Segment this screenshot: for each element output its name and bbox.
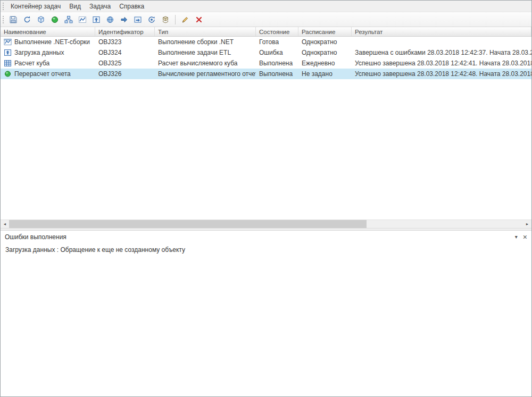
globe-button[interactable]: [103, 13, 117, 26]
table-header: Наименование Идентификатор Тип Состояние…: [1, 27, 531, 37]
cube-icon: [37, 15, 45, 24]
task-state: Выполнена: [256, 69, 298, 79]
toolbar-grip[interactable]: [3, 16, 4, 23]
sync-icon: [147, 15, 156, 24]
task-name: Расчет куба: [14, 60, 49, 67]
import-icon: [134, 15, 142, 24]
toolbar-separator: [175, 15, 176, 24]
task-id: OBJ326: [95, 69, 155, 79]
table-row[interactable]: Загрузка данных OBJ324 Выполнение задачи…: [1, 47, 531, 58]
save-button[interactable]: [6, 13, 20, 26]
report-recalc-icon: [4, 70, 12, 78]
cube-button[interactable]: [34, 13, 48, 26]
error-message: Загрузка данных : Обращение к еще не соз…: [1, 243, 531, 396]
menu-task[interactable]: Задача: [85, 2, 115, 11]
package-icon: [161, 15, 170, 24]
export-icon: [92, 15, 101, 24]
delete-icon: [195, 15, 203, 24]
column-header-type[interactable]: Тип: [155, 27, 256, 36]
task-type: Вычисление регламентного отчета: [155, 69, 256, 79]
task-name: Загрузка данных: [14, 49, 64, 56]
hierarchy-icon: [64, 15, 73, 24]
table-empty-area: [1, 79, 531, 219]
app-window: Контейнер задач Вид Задача Справка: [0, 0, 532, 397]
etl-upload-icon: [4, 49, 12, 56]
task-state: Выполнена: [256, 58, 298, 69]
task-schedule: Однократно: [298, 47, 352, 58]
column-header-name[interactable]: Наименование: [1, 27, 95, 36]
menu-grip[interactable]: [3, 3, 4, 10]
chart-button[interactable]: [76, 13, 89, 26]
task-result: [352, 37, 531, 47]
task-type: Расчет вычисляемого куба: [155, 58, 256, 69]
save-icon: [9, 15, 18, 24]
task-result: Успешно завершена 28.03.2018 12:42:41. Н…: [352, 58, 531, 69]
task-id: OBJ324: [95, 47, 155, 58]
panel-collapse-icon[interactable]: ▾: [515, 234, 518, 240]
menu-task-container[interactable]: Контейнер задач: [6, 2, 65, 11]
task-schedule: Ежедневно: [298, 58, 352, 69]
edit-button[interactable]: [178, 13, 192, 26]
column-header-id[interactable]: Идентификатор: [95, 27, 155, 36]
task-state: Готова: [256, 37, 298, 47]
edit-icon: [181, 15, 189, 24]
chart-icon: [78, 15, 87, 24]
export-button[interactable]: [89, 13, 103, 26]
net-assembly-icon: [4, 38, 12, 46]
scroll-right-arrow[interactable]: ►: [523, 220, 531, 228]
task-result: Завершена с ошибками 28.03.2018 12:42:37…: [352, 47, 531, 58]
run-icon: [120, 15, 128, 24]
task-type: Выполнение сборки .NET: [155, 37, 256, 47]
panel-close-icon[interactable]: ×: [523, 233, 527, 241]
task-state: Ошибка: [256, 47, 298, 58]
import-button[interactable]: [131, 13, 145, 26]
hierarchy-button[interactable]: [62, 13, 76, 26]
scrollbar-track[interactable]: [367, 220, 523, 228]
table-row[interactable]: Выполнение .NET-сборки OBJ323 Выполнение…: [1, 37, 531, 47]
menu-help[interactable]: Справка: [115, 2, 148, 11]
task-name: Перерасчет отчета: [14, 70, 71, 78]
errors-panel-title: Ошибки выполнения: [5, 233, 66, 241]
column-header-result[interactable]: Результат: [352, 27, 531, 36]
errors-panel-header: Ошибки выполнения ▾ ×: [1, 231, 531, 243]
package-button[interactable]: [159, 13, 172, 26]
table-row-selected[interactable]: Перерасчет отчета OBJ326 Вычисление регл…: [1, 69, 531, 79]
task-schedule: Однократно: [298, 37, 352, 47]
horizontal-scrollbar: ◄ ►: [1, 219, 531, 228]
task-type: Выполнение задачи ETL: [155, 47, 256, 58]
task-result: Успешно завершена 28.03.2018 12:42:48. Н…: [352, 69, 531, 79]
toolbar: [1, 12, 531, 27]
run-button[interactable]: [117, 13, 131, 26]
refresh-button[interactable]: [20, 13, 34, 26]
task-schedule: Не задано: [298, 69, 352, 79]
scrollbar-thumb[interactable]: [9, 220, 367, 228]
start-icon: [51, 15, 59, 24]
scroll-left-arrow[interactable]: ◄: [1, 220, 9, 228]
task-id: OBJ323: [95, 37, 155, 47]
task-id: OBJ325: [95, 58, 155, 69]
refresh-icon: [23, 15, 31, 24]
menu-bar: Контейнер задач Вид Задача Справка: [1, 1, 531, 12]
errors-panel: Ошибки выполнения ▾ × Загрузка данных : …: [1, 231, 531, 396]
cube-calc-icon: [4, 60, 12, 67]
column-header-schedule[interactable]: Расписание: [298, 27, 352, 36]
table-row[interactable]: Расчет куба OBJ325 Расчет вычисляемого к…: [1, 58, 531, 69]
delete-button[interactable]: [192, 13, 206, 26]
menu-view[interactable]: Вид: [65, 2, 85, 11]
column-header-state[interactable]: Состояние: [256, 27, 298, 36]
task-name: Выполнение .NET-сборки: [14, 38, 90, 46]
start-button[interactable]: [48, 13, 62, 26]
sync-button[interactable]: [145, 13, 159, 26]
globe-icon: [106, 15, 114, 24]
